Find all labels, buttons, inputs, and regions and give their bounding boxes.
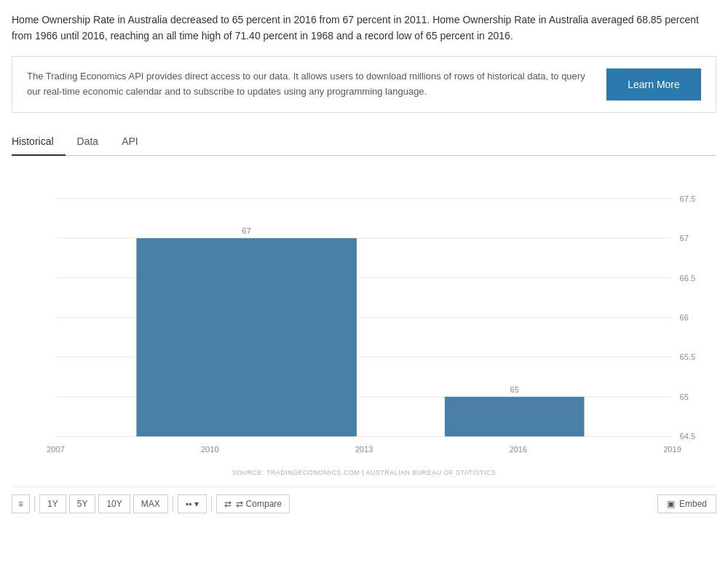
y-label-67: 67 <box>680 234 689 242</box>
y-label-65: 65 <box>680 392 689 401</box>
y-label-67_5: 67.5 <box>680 194 696 202</box>
chart-type-icon: ▪▪ <box>186 499 192 509</box>
learn-more-button[interactable]: Learn More <box>606 68 701 100</box>
tab-historical[interactable]: Historical <box>12 128 66 156</box>
compare-label: ⇄ Compare <box>236 499 282 509</box>
separator-3 <box>211 496 212 512</box>
menu-button[interactable]: ≡ <box>12 494 30 513</box>
x-label-2016: 2016 <box>509 444 527 453</box>
tab-data[interactable]: Data <box>77 128 111 156</box>
embed-button[interactable]: ▣ Embed <box>657 494 716 513</box>
compare-button[interactable]: ⇄ ⇄ Compare <box>216 494 290 513</box>
bar-label-2010: 67 <box>242 226 251 235</box>
embed-icon: ▣ <box>667 499 675 509</box>
bar-2016 <box>445 397 585 436</box>
bar-label-2016: 65 <box>510 385 519 394</box>
toolbar-right: ▣ Embed <box>657 494 716 513</box>
y-label-66: 66 <box>680 313 689 322</box>
y-label-66_5: 66.5 <box>680 273 696 282</box>
separator-1 <box>34 496 35 512</box>
separator-2 <box>173 496 173 512</box>
chart-type-button[interactable]: ▪▪ ▾ <box>178 494 207 513</box>
chart-area: 67.5 67 66.5 66 65.5 65 64.5 67 65 2007 … <box>12 170 716 462</box>
tabs: Historical Data API <box>12 127 716 156</box>
1y-button[interactable]: 1Y <box>39 494 66 513</box>
x-label-2013: 2013 <box>355 444 373 453</box>
chart-type-arrow: ▾ <box>194 499 199 509</box>
api-box: The Trading Economics API provides direc… <box>12 56 716 113</box>
source-text: SOURCE: TRADINGECONOMICS.COM | AUSTRALIA… <box>12 469 716 476</box>
toolbar: ≡ 1Y 5Y 10Y MAX ▪▪ ▾ ⇄ ⇄ Compare ▣ Embed <box>12 486 716 513</box>
embed-label: Embed <box>679 499 707 509</box>
10y-button[interactable]: 10Y <box>98 494 130 513</box>
y-label-64_5: 64.5 <box>680 432 696 441</box>
x-label-2019: 2019 <box>663 444 681 453</box>
5y-button[interactable]: 5Y <box>69 494 96 513</box>
description-text: Home Ownership Rate in Australia decreas… <box>12 12 716 44</box>
api-box-text: The Trading Economics API provides direc… <box>27 69 592 100</box>
chart-svg: 67.5 67 66.5 66 65.5 65 64.5 67 65 2007 … <box>12 170 716 462</box>
compare-icon: ⇄ <box>224 499 232 509</box>
x-label-2007: 2007 <box>47 444 65 453</box>
toolbar-left: ≡ 1Y 5Y 10Y MAX ▪▪ ▾ ⇄ ⇄ Compare <box>12 494 290 513</box>
x-label-2010: 2010 <box>201 444 219 453</box>
tab-api[interactable]: API <box>122 128 150 156</box>
y-label-65_5: 65.5 <box>680 352 696 361</box>
max-button[interactable]: MAX <box>133 494 168 513</box>
bar-2010 <box>136 238 357 436</box>
menu-icon: ≡ <box>18 499 23 509</box>
